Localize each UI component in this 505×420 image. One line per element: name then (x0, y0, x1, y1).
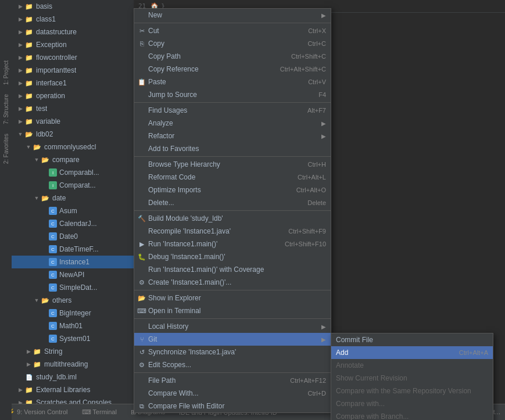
left-tab-favorites[interactable]: 2: Favorites (2, 131, 10, 166)
tree-arrow: ▼ (33, 194, 41, 202)
tree-item-biginteger[interactable]: ▶ C BigInteger (12, 307, 134, 320)
compare-icon: ⧉ (137, 401, 146, 411)
tree-item-date0[interactable]: ▶ C Date0 (12, 230, 134, 243)
menu-item-cut[interactable]: ✂ Cut Ctrl+X (134, 24, 331, 37)
tree-item-interface1[interactable]: ▶ 📁 interface1 (12, 77, 134, 89)
tree-item-study-ldb-iml[interactable]: ▶ 📄 study_ldb.iml (12, 371, 134, 383)
menu-item-compare-with-editor[interactable]: ⧉ Compare File with Editor (134, 400, 331, 412)
tree-item-flowcontroller[interactable]: ▶ 📁 flowcontroller (12, 51, 134, 64)
menu-item-run[interactable]: ▶ Run 'Instance1.main()' Ctrl+Shift+F10 (134, 238, 331, 250)
menu-item-reformat-code[interactable]: Reformat Code Ctrl+Alt+L (134, 171, 331, 184)
tree-item-test[interactable]: ▶ 📁 test (12, 102, 134, 115)
tree-item-instance1[interactable]: ▶ C Instance1 (12, 256, 134, 268)
tree-item-math01[interactable]: ▶ C Math01 (12, 320, 134, 332)
git-menu-item-annotate[interactable]: Annotate (331, 359, 493, 372)
tree-label: Comparabl... (59, 168, 99, 177)
menu-item-paste[interactable]: 📋 Paste Ctrl+V (134, 76, 331, 88)
menu-item-copy[interactable]: ⎘ Copy Ctrl+C (134, 37, 331, 50)
tree-arrow: ▶ (16, 105, 24, 113)
menu-item-refactor[interactable]: Refactor ▶ (134, 130, 331, 142)
tree-item-class1[interactable]: ▶ 📁 class1 (12, 13, 134, 26)
git-menu-item-compare-branch[interactable]: Compare with Branch... (331, 410, 493, 420)
git-menu-item-commit-file[interactable]: Commit File (331, 333, 493, 346)
menu-item-compare-with[interactable]: Compare With... Ctrl+D (134, 387, 331, 400)
tree-item-calendarj[interactable]: ▶ C CalendarJ... (12, 217, 134, 230)
menu-item-jump-to-source[interactable]: Jump to Source F4 (134, 88, 331, 101)
folder-icon: 📁 (24, 27, 34, 37)
menu-label: Synchronize 'Instance1.java' (148, 348, 236, 356)
tree-item-datetimef[interactable]: ▶ C DateTimeF... (12, 243, 134, 256)
menu-item-edit-scopes[interactable]: ⚙ Edit Scopes... (134, 358, 331, 371)
tree-item-asum[interactable]: ▶ C Asum (12, 204, 134, 217)
menu-label: Refactor (148, 132, 174, 140)
submenu-arrow: ▶ (321, 120, 326, 127)
shortcut-label: Delete (307, 199, 326, 206)
left-tab-project[interactable]: 1: Project (2, 58, 10, 87)
shortcut-label: Ctrl+C (308, 40, 326, 47)
menu-item-local-history[interactable]: Local History ▶ (134, 320, 331, 333)
menu-label: Recompile 'Instance1.java' (148, 227, 231, 235)
menu-item-new[interactable]: New ▶ (134, 9, 331, 21)
menu-item-file-path[interactable]: File Path Ctrl+Alt+F12 (134, 374, 331, 387)
menu-item-recompile[interactable]: Recompile 'Instance1.java' Ctrl+Shift+F9 (134, 225, 331, 238)
tree-item-variable[interactable]: ▶ 📁 variable (12, 115, 134, 128)
tree-label: Exception (36, 41, 67, 49)
git-menu-item-add[interactable]: Add Ctrl+Alt+A (331, 346, 493, 359)
terminal-icon: ⌨ (137, 306, 146, 315)
sync-icon: ↺ (137, 347, 146, 357)
java-class-icon: C (49, 309, 57, 317)
menu-item-build-module[interactable]: 🔨 Build Module 'study_ldb' (134, 212, 331, 225)
menu-item-add-to-favorites[interactable]: Add to Favorites (134, 142, 331, 155)
menu-item-debug[interactable]: 🐛 Debug 'Instance1.main()' (134, 250, 331, 263)
menu-item-synchronize[interactable]: ↺ Synchronize 'Instance1.java' (134, 346, 331, 358)
tree-item-compare[interactable]: ▼ 📂 compare (12, 153, 134, 166)
menu-item-open-in-terminal[interactable]: ⌨ Open in Terminal (134, 304, 331, 317)
menu-item-analyze[interactable]: Analyze ▶ (134, 117, 331, 130)
tree-item-newapi[interactable]: ▶ C NewAPI (12, 268, 134, 281)
tree-item-simpledat[interactable]: ▶ C SimpleDat... (12, 281, 134, 294)
git-menu-item-compare-with[interactable]: Compare with... (331, 397, 493, 410)
bottom-tab-terminal[interactable]: ⌨ Terminal (80, 407, 119, 417)
tree-item-string[interactable]: ▶ 📁 String (12, 345, 134, 358)
menu-label: Edit Scopes... (148, 361, 191, 369)
menu-item-optimize-imports[interactable]: Optimize Imports Ctrl+Alt+O (134, 184, 331, 196)
scope-icon: ⚙ (137, 360, 146, 369)
bottom-tab-version-control[interactable]: ⚡ 9: Version Control (5, 407, 70, 417)
git-menu-item-show-current-revision[interactable]: Show Current Revision (331, 372, 493, 385)
shortcut-label: F4 (318, 91, 326, 98)
git-label: Compare with Branch... (336, 412, 409, 420)
menu-item-copy-reference[interactable]: Copy Reference Ctrl+Alt+Shift+C (134, 63, 331, 76)
tree-item-exception[interactable]: ▶ 📁 Exception (12, 38, 134, 51)
menu-item-delete[interactable]: Delete... Delete (134, 196, 331, 209)
menu-item-find-usages[interactable]: Find Usages Alt+F7 (134, 104, 331, 117)
tree-item-datastructure[interactable]: ▶ 📁 datastructure (12, 26, 134, 38)
tree-label: Date0 (59, 232, 78, 240)
menu-item-copy-path[interactable]: Copy Path Ctrl+Shift+C (134, 50, 331, 63)
tree-item-importanttest[interactable]: ▶ 📁 importanttest (12, 64, 134, 77)
folder-icon: 📁 (24, 40, 34, 49)
tree-item-operation[interactable]: ▶ 📁 operation (12, 89, 134, 102)
tree-item-basis[interactable]: ▶ 📁 basis (12, 0, 134, 13)
java-class-icon: C (49, 207, 57, 215)
interface-icon: I (49, 181, 57, 189)
tree-item-comparable[interactable]: ▶ I Comparabl... (12, 166, 134, 179)
tree-item-date[interactable]: ▼ 📂 date (12, 192, 134, 204)
menu-item-browse-type-hierarchy[interactable]: Browse Type Hierarchy Ctrl+H (134, 158, 331, 171)
tree-item-comparator[interactable]: ▶ I Comparat... (12, 179, 134, 192)
menu-separator (134, 210, 331, 211)
menu-item-run-with-coverage[interactable]: Run 'Instance1.main()' with Coverage (134, 263, 331, 276)
menu-item-git[interactable]: ⑂ Git ▶ Commit File Add Ctrl+Alt+A Annot… (134, 333, 331, 346)
menu-separator (134, 372, 331, 373)
tree-item-ldb02[interactable]: ▼ 📂 ldb02 (12, 128, 134, 141)
left-tab-structure[interactable]: 7: Structure (2, 92, 10, 127)
menu-item-create[interactable]: ⚙ Create 'Instance1.main()'... (134, 276, 331, 289)
tree-item-external-libs[interactable]: ▶ 📁 External Libraries (12, 383, 134, 396)
tree-item-commonlyusedcl[interactable]: ▼ 📂 commonlyusedcl (12, 141, 134, 153)
tree-item-multithreading[interactable]: ▶ 📁 multithreading (12, 358, 134, 371)
tree-item-system01[interactable]: ▶ C System01 (12, 332, 134, 345)
folder-icon: 📁 (24, 91, 34, 100)
tree-item-others[interactable]: ▼ 📂 others (12, 294, 134, 307)
menu-separator (134, 23, 331, 23)
menu-item-show-in-explorer[interactable]: 📂 Show in Explorer (134, 292, 331, 304)
git-menu-item-compare-same-repo[interactable]: Compare with the Same Repository Version (331, 385, 493, 397)
